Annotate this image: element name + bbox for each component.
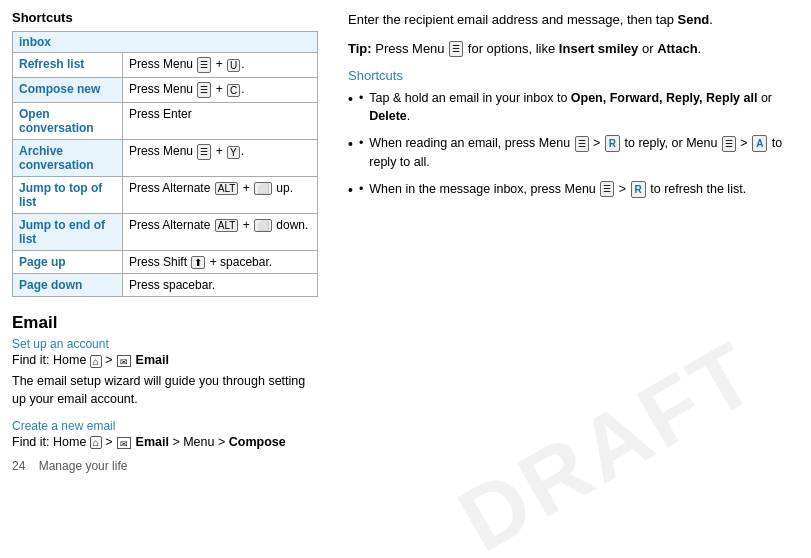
u-key-icon: U [227, 59, 240, 72]
bullet-text3: When in the message inbox, press Menu ☰ … [369, 180, 746, 199]
email-icon: ✉ [117, 355, 131, 367]
menu-key-icon: ☰ [197, 57, 211, 73]
bullet-text2: When reading an email, press Menu ☰ > R … [369, 134, 793, 172]
right-intro: Enter the recipient email address and me… [348, 10, 793, 31]
attach-bold: Attach [657, 41, 697, 56]
shortcuts-bullet-list: • Tap & hold an email in your inbox to O… [348, 89, 793, 201]
shortcut-label: Refresh list [13, 53, 123, 78]
bullet-dot: • [359, 89, 363, 108]
shortcut-label: Compose new [13, 78, 123, 103]
create-findit-line: Find it: Home ⌂ > ✉ Email > Menu > Compo… [12, 435, 318, 449]
home-icon2: ⌂ [90, 436, 102, 449]
table-row: Compose new Press Menu ☰ + C. [13, 78, 318, 103]
table-row: Page up Press Shift ⬆ + spacebar. [13, 251, 318, 274]
shortcut-label: Page down [13, 274, 123, 297]
send-bold: Send [678, 12, 710, 27]
home-icon: ⌂ [90, 355, 102, 368]
create-label: Create a new email [12, 419, 318, 433]
shortcut-value: Press spacebar. [123, 274, 318, 297]
table-row: Open conversation Press Enter [13, 103, 318, 140]
menu-icon-a: ☰ [722, 136, 736, 152]
c-key-icon: C [227, 84, 240, 97]
compose-bold: Compose [229, 435, 286, 449]
shortcuts-table: inbox Refresh list Press Menu ☰ + U. Com… [12, 31, 318, 297]
shortcut-label: Page up [13, 251, 123, 274]
shortcuts-heading: Shortcuts [348, 68, 793, 83]
table-header-row: inbox [13, 32, 318, 53]
shortcut-label: Open conversation [13, 103, 123, 140]
y-key-icon: Y [227, 146, 240, 159]
alt-key-icon: ALT [215, 182, 239, 195]
page-number: 24 [12, 459, 25, 473]
open-bold: Open, Forward, Reply, Reply all [571, 91, 758, 105]
shift-key-icon: ⬆ [191, 256, 205, 269]
shortcut-value: Press Menu ☰ + U. [123, 53, 318, 78]
menu-icon-r: ☰ [575, 136, 589, 152]
shortcut-value: Press Menu ☰ + Y. [123, 140, 318, 177]
bullet-item: • When in the message inbox, press Menu … [348, 180, 793, 201]
page-title: Shortcuts [12, 10, 318, 25]
table-row: Page down Press spacebar. [13, 274, 318, 297]
delete-bold: Delete [369, 109, 407, 123]
shortcut-label: Archive conversation [13, 140, 123, 177]
bullet-dot2: • [359, 134, 363, 153]
table-row: Refresh list Press Menu ☰ + U. [13, 53, 318, 78]
shortcut-value: Press Alternate ALT + ⬜ up. [123, 177, 318, 214]
right-column: Enter the recipient email address and me… [330, 0, 811, 558]
tip-label: Tip: [348, 41, 372, 56]
email-bold-label: Email [136, 353, 169, 367]
findit-label: Find it: [12, 353, 50, 367]
email-section-title: Email [12, 313, 318, 333]
left-column: Shortcuts inbox Refresh list Press Menu … [0, 0, 330, 558]
table-row: Archive conversation Press Menu ☰ + Y. [13, 140, 318, 177]
shortcut-value: Press Alternate ALT + ⬜ down. [123, 214, 318, 251]
shortcut-label: Jump to top of list [13, 177, 123, 214]
r-key: R [605, 135, 620, 152]
up-key-icon: ⬜ [254, 182, 272, 195]
shortcut-value: Press Shift ⬆ + spacebar. [123, 251, 318, 274]
create-path-bold: Email [136, 435, 169, 449]
table-row: Jump to end of list Press Alternate ALT … [13, 214, 318, 251]
menu-key-icon-tip: ☰ [449, 41, 463, 57]
page-footer: 24 Manage your life [12, 459, 318, 473]
down-key-icon: ⬜ [254, 219, 272, 232]
setup-body: The email setup wizard will guide you th… [12, 372, 318, 410]
setup-findit-line: Find it: Home ⌂ > ✉ Email [12, 353, 318, 367]
bullet-item: • Tap & hold an email in your inbox to O… [348, 89, 793, 127]
shortcut-label: Jump to end of list [13, 214, 123, 251]
bullet-text: Tap & hold an email in your inbox to Ope… [369, 89, 793, 127]
shortcut-value: Press Enter [123, 103, 318, 140]
menu-key-icon: ☰ [197, 144, 211, 160]
shortcut-value: Press Menu ☰ + C. [123, 78, 318, 103]
r-key2: R [631, 181, 646, 198]
bullet-dot3: • [359, 180, 363, 199]
alt-key-icon: ALT [215, 219, 239, 232]
bullet-item: • When reading an email, press Menu ☰ > … [348, 134, 793, 172]
menu-key-icon: ☰ [197, 82, 211, 98]
findit-label2: Find it: [12, 435, 50, 449]
a-key: A [752, 135, 767, 152]
menu-icon-refresh: ☰ [600, 181, 614, 197]
footer-text: Manage your life [39, 459, 128, 473]
insert-smiley-bold: Insert smiley [559, 41, 639, 56]
setup-label: Set up an account [12, 337, 318, 351]
table-row: Jump to top of list Press Alternate ALT … [13, 177, 318, 214]
table-header-inbox: inbox [13, 32, 318, 53]
email-icon2: ✉ [117, 437, 131, 449]
tip-line: Tip: Press Menu ☰ for options, like Inse… [348, 39, 793, 60]
